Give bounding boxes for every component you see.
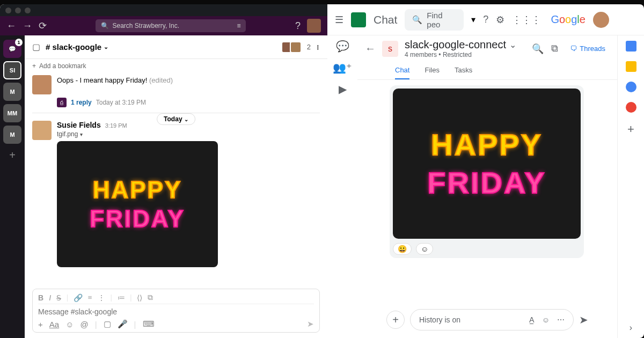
filter-icon[interactable]: ≡ [237,22,240,30]
help-icon[interactable]: ? [295,20,301,32]
tab-chat[interactable]: Chat [395,62,409,79]
image-attachment[interactable]: HAPPY FRIDAY [393,89,581,239]
add-button[interactable]: + [386,311,405,329]
strike-icon[interactable]: S̶ [56,293,61,303]
plus-icon[interactable]: + [38,320,43,329]
composer[interactable]: B I S̶ | 🔗 ≡ ⋮ | ≔ | ⟨⟩ ⧉ + Aa ☺ [32,289,320,333]
reaction[interactable]: 😀 [393,243,412,255]
author-name[interactable]: Susie Fields [57,121,101,129]
message-area: HAPPY FRIDAY 😀 ☺ [357,80,617,305]
message-input[interactable]: History is on A̲ ☺ ⋯ [410,309,574,330]
tab-tasks[interactable]: Tasks [455,62,472,79]
contacts-icon[interactable] [626,102,636,113]
search-icon: 🔍 [412,15,422,25]
keep-icon[interactable] [626,61,636,72]
add-reaction-button[interactable]: ☺ [416,243,433,255]
emoji-icon[interactable]: ☺ [542,315,550,324]
back-icon[interactable]: ← [365,42,376,55]
slack-window: ← → ⟳ 🔍 Search Strawberry, Inc. ≡ ? 💬 1 … [0,4,327,338]
forward-icon[interactable]: → [23,20,32,32]
workspace-item[interactable]: M [3,83,21,101]
add-addon-button[interactable]: + [627,122,634,136]
workspace-item[interactable]: M [3,126,21,144]
image-attachment[interactable]: HAPPY FRIDAY [57,141,218,267]
space-name[interactable]: slack-google-connect [405,39,506,51]
chevron-down-icon: ▾ [80,131,83,137]
message-text: Oops - I meant happy Friday! (edited) [57,76,173,84]
left-rail: 💬 👥⁺ ▶ [327,35,357,338]
search-icon[interactable]: 🔍 [532,43,544,55]
apps-icon[interactable]: ⋮⋮⋮ [512,14,541,26]
status-indicator[interactable]: ▾ [471,14,475,25]
avatar[interactable] [32,75,52,94]
file-name[interactable]: tgif.png▾ [57,130,218,138]
chevron-down-icon: ⌄ [104,43,108,50]
avatar[interactable] [593,12,609,28]
workspace-item[interactable]: SI [3,61,21,79]
codeblock-icon[interactable]: ⧉ [148,293,153,303]
avatar[interactable] [307,19,321,33]
traffic-light-icon[interactable] [25,8,31,13]
format-icon[interactable]: A̲ [529,315,535,324]
more-icon[interactable]: ⋯ [557,315,565,324]
traffic-light-icon[interactable] [15,8,21,13]
chevron-down-icon: ⌄ [184,116,188,122]
link-icon[interactable]: 🔗 [74,293,83,303]
threads-button[interactable]: 🗨 Threads [566,42,610,55]
format-icon[interactable]: Aa [49,320,59,329]
video-icon[interactable]: ▢ [104,319,111,329]
reaction-bar: 😀 ☺ [393,243,581,255]
code-icon[interactable]: ⟨⟩ [137,293,142,303]
quote-icon[interactable]: ≔ [118,293,125,303]
back-icon[interactable]: ← [6,20,16,32]
traffic-light-icon[interactable] [5,8,11,13]
collapse-icon[interactable]: › [630,323,632,333]
timestamp: 3:19 PM [105,122,127,129]
emoji-icon[interactable]: ☺ [65,320,74,329]
mention-icon[interactable]: @ [80,320,88,329]
member-avatars[interactable] [284,41,302,53]
send-button[interactable]: ➤ [307,319,314,329]
settings-icon[interactable]: ⚙ [496,14,504,26]
date-pill[interactable]: Today ⌄ [157,113,195,125]
tasks-icon[interactable] [626,82,636,92]
avatar[interactable] [32,121,52,140]
app-title: Chat [374,13,397,26]
history-icon[interactable]: ⟳ [39,20,47,32]
message-row: Susie Fields 3:19 PM tgif.png▾ HAPPY FRI… [32,121,320,267]
space-tabs: Chat Files Tasks [357,62,617,80]
add-workspace-button[interactable]: + [9,149,16,161]
search-placeholder: Search Strawberry, Inc. [112,22,179,30]
italic-icon[interactable]: I [49,293,51,303]
chat-icon[interactable]: 💬 [336,40,349,53]
thread-reply[interactable]: ⎙ 1 reply Today at 3:19 PM [57,98,320,107]
google-chat-window: ☰ Chat 🔍 Find peo ▾ ? ⚙ ⋮⋮⋮ Google 💬 👥⁺ … [327,4,644,338]
popout-icon[interactable]: ⧉ [551,43,558,54]
chevron-down-icon[interactable]: ⌄ [509,40,516,50]
help-icon[interactable]: ? [483,14,488,25]
date-divider: Today ⌄ [32,113,320,113]
ul-icon[interactable]: ⋮ [98,293,105,303]
tab-files[interactable]: Files [425,62,439,79]
google-topbar: ☰ Chat 🔍 Find peo ▾ ? ⚙ ⋮⋮⋮ Google [327,4,644,35]
bookmark-bar[interactable]: + Add a bookmark [25,59,327,73]
meet-icon[interactable]: ▶ [339,83,347,95]
sidebar-toggle-icon[interactable]: ▢ [32,42,40,52]
ol-icon[interactable]: ≡ [88,293,92,303]
search-input[interactable]: 🔍 Find peo [405,9,464,31]
space-header: ← s slack-google-connect ⌄ 4 members • R… [357,35,617,62]
shortcut-icon[interactable]: ⌨ [143,319,155,329]
calendar-icon[interactable] [626,41,636,52]
thread-icon: ⎙ [57,98,67,107]
workspace-item[interactable]: 💬 1 [3,40,21,58]
split-icon[interactable]: ⫿ [316,43,320,51]
menu-icon[interactable]: ☰ [335,14,343,26]
search-input[interactable]: 🔍 Search Strawberry, Inc. ≡ [96,19,246,32]
send-button[interactable]: ➤ [579,313,588,326]
workspace-item[interactable]: MM [3,104,21,122]
message-input[interactable] [38,304,314,319]
add-person-icon[interactable]: 👥⁺ [333,61,352,74]
channel-name-button[interactable]: # slack-google ⌄ [46,42,108,52]
bold-icon[interactable]: B [38,293,43,303]
audio-icon[interactable]: 🎤 [118,319,128,329]
